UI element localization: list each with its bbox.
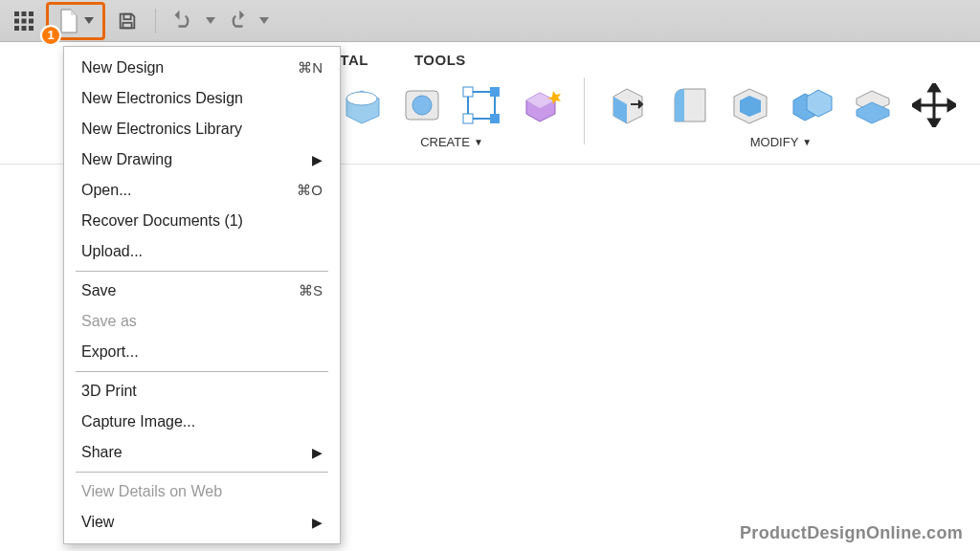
chevron-right-icon: ▶ <box>312 515 323 530</box>
menu-3d-print[interactable]: 3D Print <box>64 376 340 407</box>
tool-move-icon[interactable] <box>906 77 962 133</box>
create-label[interactable]: CREATE▼ <box>420 135 483 149</box>
tool-cylinder-icon[interactable] <box>394 77 450 133</box>
svg-rect-3 <box>14 18 19 23</box>
undo-button[interactable] <box>167 5 200 37</box>
svg-rect-1 <box>22 11 27 16</box>
tool-split-icon[interactable] <box>845 77 901 133</box>
svg-rect-16 <box>490 114 500 123</box>
tool-shell-icon[interactable] <box>723 77 778 133</box>
svg-rect-2 <box>29 11 33 16</box>
tool-component-icon[interactable] <box>513 77 568 133</box>
menu-open[interactable]: Open...⌘O <box>64 175 340 206</box>
menu-capture-image[interactable]: Capture Image... <box>64 407 340 437</box>
menu-view[interactable]: View▶ <box>64 507 340 538</box>
tool-combine-icon[interactable] <box>784 77 839 133</box>
menu-recover-documents[interactable]: Recover Documents (1) <box>64 206 340 236</box>
menu-save-as: Save as <box>64 306 340 337</box>
apps-grid-icon[interactable] <box>8 5 40 37</box>
tool-fillet-icon[interactable] <box>661 77 717 133</box>
save-icon[interactable] <box>111 5 144 37</box>
separator <box>584 77 585 144</box>
menu-separator <box>76 371 328 372</box>
svg-rect-7 <box>22 26 27 31</box>
svg-point-13 <box>412 96 432 115</box>
menu-new-drawing[interactable]: New Drawing▶ <box>64 144 340 175</box>
chevron-down-icon <box>84 17 94 25</box>
menu-view-details-web: View Details on Web <box>64 476 340 507</box>
separator <box>155 9 156 33</box>
tool-presspull-icon[interactable] <box>600 77 656 133</box>
chevron-right-icon: ▶ <box>312 152 323 167</box>
quick-access-toolbar: 1 <box>0 0 980 42</box>
svg-rect-14 <box>463 87 473 97</box>
file-menu-button[interactable]: 1 <box>46 2 105 40</box>
file-menu: New Design⌘N New Electronics Design New … <box>63 46 341 544</box>
create-group: CREATE▼ <box>335 77 568 149</box>
modify-label[interactable]: MODIFY▼ <box>750 135 812 149</box>
menu-new-electronics-library[interactable]: New Electronics Library <box>64 114 340 144</box>
menu-share[interactable]: Share▶ <box>64 437 340 468</box>
watermark: ProductDesignOnline.com <box>740 523 963 543</box>
tool-box-icon[interactable] <box>335 77 390 133</box>
svg-rect-17 <box>463 114 473 123</box>
svg-rect-4 <box>22 18 27 23</box>
chevron-down-icon[interactable] <box>206 17 215 25</box>
svg-rect-8 <box>29 26 33 31</box>
chevron-right-icon: ▶ <box>312 445 323 460</box>
svg-point-11 <box>346 92 377 105</box>
svg-rect-6 <box>14 26 19 31</box>
modify-group: MODIFY▼ <box>600 77 962 149</box>
tab-tools[interactable]: TOOLS <box>412 48 468 72</box>
svg-rect-15 <box>490 87 500 97</box>
chevron-down-icon[interactable] <box>259 17 269 25</box>
svg-rect-10 <box>122 22 131 28</box>
menu-save[interactable]: Save⌘S <box>64 276 340 306</box>
menu-separator <box>76 271 328 272</box>
svg-rect-0 <box>14 11 19 16</box>
svg-rect-5 <box>29 18 33 23</box>
redo-button[interactable] <box>221 5 254 37</box>
menu-new-electronics-design[interactable]: New Electronics Design <box>64 83 340 114</box>
menu-separator <box>76 472 328 473</box>
menu-new-design[interactable]: New Design⌘N <box>64 53 340 83</box>
menu-export[interactable]: Export... <box>64 337 340 367</box>
tool-nodes-icon[interactable] <box>454 77 509 133</box>
menu-upload[interactable]: Upload... <box>64 236 340 267</box>
svg-rect-9 <box>123 13 130 19</box>
